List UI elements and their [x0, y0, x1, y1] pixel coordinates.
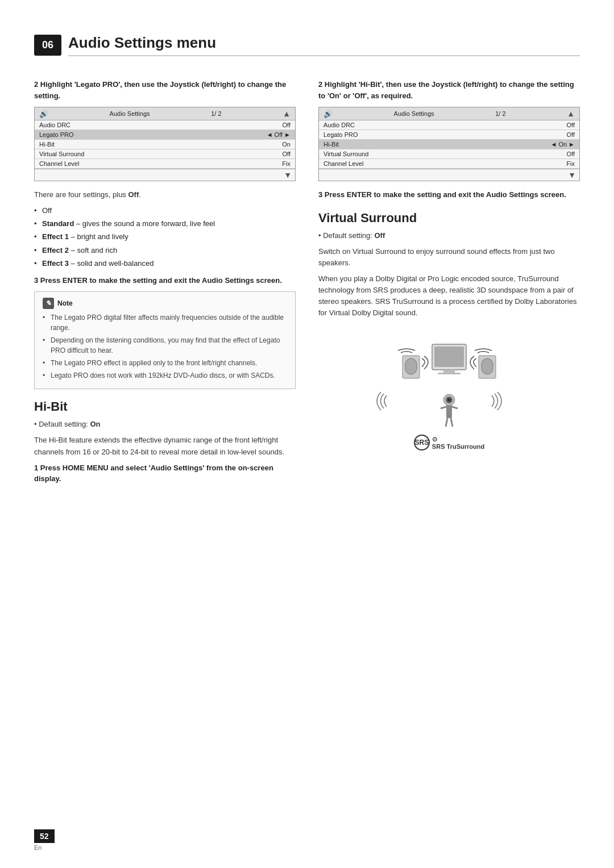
- hibit-default: • Default setting: On: [34, 419, 296, 430]
- note-label: Note: [57, 299, 73, 307]
- svg-rect-8: [446, 404, 452, 418]
- svg-rect-7: [438, 373, 460, 374]
- hibit-title: Hi-Bit: [34, 399, 296, 414]
- svg-line-13: [452, 407, 458, 408]
- page-number: 52: [34, 829, 55, 843]
- screen1-page: 1/ 2: [211, 110, 221, 117]
- chapter-number: 06: [34, 35, 61, 56]
- step3-instruction-right: 3 Press ENTER to make the setting and ex…: [318, 189, 580, 201]
- note-box: ✎ Note The Legato PRO digital filter aff…: [34, 291, 296, 389]
- note-item: The Legato PRO digital filter affects ma…: [43, 312, 287, 333]
- screen2-page: 1/ 2: [495, 110, 505, 117]
- right-column: 2 Highlight 'Hi-Bit', then use the Joyst…: [318, 79, 580, 490]
- svg-rect-6: [443, 370, 455, 373]
- page-language: En: [34, 844, 42, 851]
- settings-table-1: Audio DRCOffLegato PRO◄ Off ►Hi-BitOnVir…: [35, 120, 295, 169]
- left-column: 2 Highlight 'Legato PRO', then use the J…: [34, 79, 296, 490]
- note-item: Depending on the listening conditions, y…: [43, 335, 287, 356]
- scroll-down-icon-2: ▼: [568, 170, 576, 180]
- svg-line-15: [451, 418, 453, 427]
- note-icon: ✎: [43, 298, 54, 309]
- hibit-section: Hi-Bit • Default setting: On The Hi-Bit …: [34, 399, 296, 484]
- settings-bullet-list: OffStandard – gives the sound a more for…: [34, 205, 296, 269]
- srs-diagram-svg: [370, 330, 529, 432]
- settings-screen-1: 🔊 Audio Settings 1/ 2 ▲ Audio DRCOffLega…: [34, 107, 296, 181]
- virtual-surround-section: Virtual Surround • Default setting: Off …: [318, 211, 580, 451]
- srs-circle: SRS: [414, 435, 430, 450]
- srs-text: ⊙ SRS TruSurround: [432, 436, 484, 450]
- settings-screen-2: 🔊 Audio Settings 1/ 2 ▲ Audio DRCOffLega…: [318, 107, 580, 181]
- virtual-surround-para2: When you play a Dolby Digital or Pro Log…: [318, 273, 580, 319]
- scroll-up-icon-2: ▲: [567, 109, 575, 118]
- hibit-para: The Hi-Bit feature extends the effective…: [34, 435, 296, 457]
- there-are-text: There are four settings, plus Off.: [34, 189, 296, 201]
- svg-rect-5: [434, 347, 464, 367]
- svg-line-14: [446, 418, 447, 427]
- step1-hibit: 1 Press HOME MENU and select 'Audio Sett…: [34, 462, 296, 485]
- svg-rect-3: [482, 358, 493, 374]
- srs-logo: SRS ⊙ SRS TruSurround: [414, 435, 484, 450]
- virtual-surround-para1: Switch on Virtual Surround to enjoy surr…: [318, 246, 580, 269]
- virtual-surround-default: • Default setting: Off: [318, 230, 580, 241]
- step2-instruction-left: 2 Highlight 'Legato PRO', then use the J…: [34, 79, 296, 101]
- bullet-item: Effect 1 – bright and lively: [34, 231, 296, 243]
- step2-instruction-right: 2 Highlight 'Hi-Bit', then use the Joyst…: [318, 79, 580, 101]
- note-item: Legato PRO does not work with 192kHz DVD…: [43, 370, 287, 381]
- svg-line-12: [441, 407, 446, 408]
- bullet-item: Effect 2 – soft and rich: [34, 245, 296, 256]
- note-item: The Legato PRO effect is applied only to…: [43, 358, 287, 368]
- svg-point-11: [447, 398, 451, 402]
- chapter-title: Audio Settings menu: [68, 34, 580, 56]
- bullet-item: Standard – gives the sound a more forwar…: [34, 218, 296, 229]
- screen1-title: Audio Settings: [110, 110, 150, 117]
- screen2-title: Audio Settings: [394, 110, 434, 117]
- srs-illustration: SRS ⊙ SRS TruSurround: [318, 330, 580, 450]
- settings-icon-1: 🔊: [39, 110, 48, 118]
- virtual-surround-title: Virtual Surround: [318, 211, 580, 226]
- bullet-item: Off: [34, 205, 296, 216]
- settings-table-2: Audio DRCOffLegato PROOffHi-Bit◄ On ►Vir…: [319, 120, 579, 169]
- step3-instruction-left: 3 Press ENTER to make the setting and ex…: [34, 275, 296, 286]
- scroll-down-icon-1: ▼: [284, 170, 292, 180]
- scroll-up-icon-1: ▲: [283, 109, 291, 118]
- svg-rect-1: [405, 358, 417, 374]
- settings-icon-2: 🔊: [323, 110, 333, 118]
- chapter-header: 06 Audio Settings menu: [34, 34, 580, 56]
- bullet-item: Effect 3 – solid and well-balanced: [34, 258, 296, 269]
- page-footer: 52 En: [34, 829, 55, 851]
- note-list: The Legato PRO digital filter affects ma…: [43, 312, 287, 381]
